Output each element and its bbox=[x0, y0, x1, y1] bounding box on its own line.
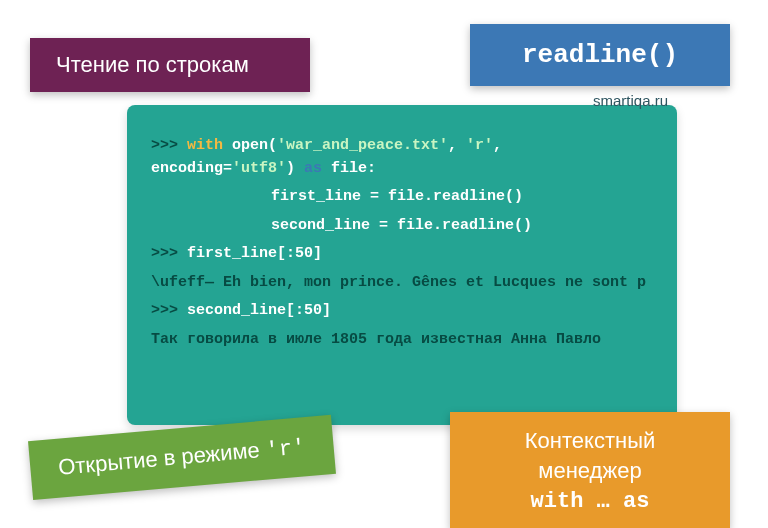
code-line-expr2: >>> second_line[:50] bbox=[151, 300, 653, 323]
string-arg-1: 'war_and_peace.txt' bbox=[277, 137, 448, 154]
label-open-mode-r: Открытие в режиме 'r' bbox=[28, 415, 336, 500]
as-name: file: bbox=[322, 160, 376, 177]
code-line-expr1: >>> first_line[:50] bbox=[151, 243, 653, 266]
string-arg-3: 'utf8' bbox=[232, 160, 286, 177]
comma: , bbox=[448, 137, 466, 154]
expr-1: first_line[:50] bbox=[187, 245, 322, 262]
orange-line-1: Контекстный bbox=[525, 428, 655, 453]
code-line-1: >>> with open('war_and_peace.txt', 'r', … bbox=[151, 135, 653, 180]
kwarg-encoding: encoding= bbox=[151, 160, 232, 177]
output-1: \ufeff— Eh bien, mon prince. Gênes et Lu… bbox=[151, 272, 653, 295]
keyword-with: with bbox=[187, 137, 223, 154]
close-paren: ) bbox=[286, 160, 304, 177]
prompt: >>> bbox=[151, 137, 187, 154]
code-body-1: first_line = file.readline() bbox=[151, 186, 653, 209]
orange-line-2: менеджер bbox=[538, 458, 641, 483]
label-readline: readline() bbox=[470, 24, 730, 86]
prompt: >>> bbox=[151, 245, 187, 262]
label-green-text: Открытие в режиме bbox=[57, 437, 266, 480]
string-arg-2: 'r' bbox=[466, 137, 493, 154]
site-url: smartiqa.ru bbox=[593, 92, 668, 109]
label-green-code: 'r' bbox=[265, 435, 307, 463]
orange-code: with … as bbox=[468, 487, 712, 517]
code-body-2: second_line = file.readline() bbox=[151, 215, 653, 238]
keyword-as: as bbox=[304, 160, 322, 177]
label-reading-by-lines: Чтение по строкам bbox=[30, 38, 310, 92]
fn-open: open( bbox=[223, 137, 277, 154]
code-terminal: >>> with open('war_and_peace.txt', 'r', … bbox=[127, 105, 677, 425]
output-2: Так говорила в июле 1805 года известная … bbox=[151, 329, 653, 352]
label-context-manager: Контекстный менеджер with … as bbox=[450, 412, 730, 528]
expr-2: second_line[:50] bbox=[187, 302, 331, 319]
prompt: >>> bbox=[151, 302, 187, 319]
comma: , bbox=[493, 137, 511, 154]
